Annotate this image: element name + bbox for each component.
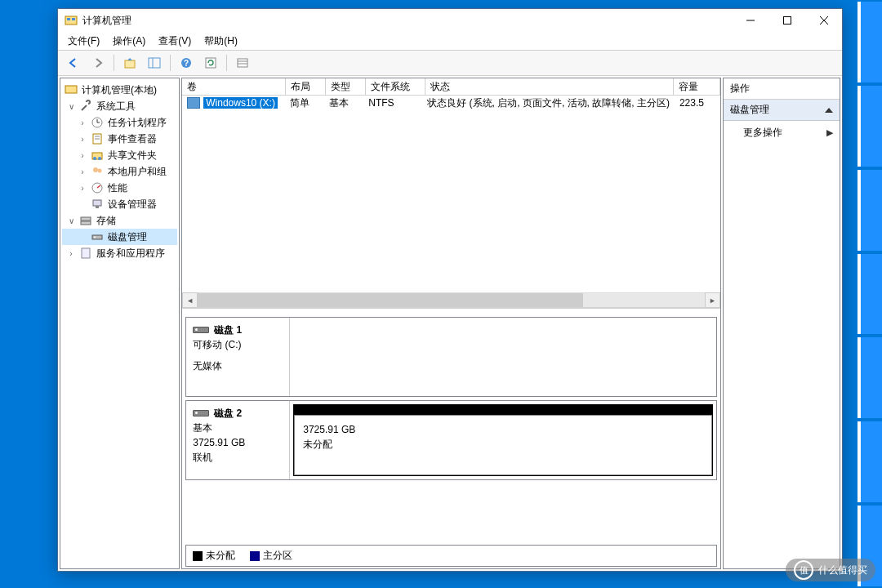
legend-unallocated-swatch — [193, 551, 203, 561]
volume-list-header[interactable]: 卷 布局 类型 文件系统 状态 容量 — [182, 78, 720, 96]
disk-icon — [193, 327, 209, 333]
actions-header: 操作 — [724, 78, 840, 100]
toolbar: ? — [58, 51, 842, 76]
svg-rect-7 — [125, 60, 135, 68]
shared-folder-icon — [91, 149, 104, 162]
scroll-thumb[interactable] — [198, 293, 583, 307]
actions-panel: 操作 磁盘管理 更多操作 ▶ — [723, 78, 840, 569]
tree-performance[interactable]: › 性能 — [62, 180, 177, 196]
up-button[interactable] — [119, 52, 140, 74]
navigation-tree-panel: 计算机管理(本地) ∨ 系统工具 › 任务计划程序 — [60, 78, 180, 569]
svg-point-25 — [98, 157, 101, 160]
col-capacity[interactable]: 容量 — [674, 78, 720, 95]
svg-rect-33 — [81, 221, 91, 225]
expander-icon[interactable]: ∨ — [65, 215, 77, 226]
menubar: 文件(F) 操作(A) 查看(V) 帮助(H) — [58, 32, 842, 51]
expander-icon[interactable]: › — [77, 182, 88, 194]
svg-point-35 — [94, 237, 96, 238]
svg-point-26 — [93, 167, 98, 172]
tree-disk-management[interactable]: 磁盘管理 — [62, 229, 177, 245]
watermark: 值 什么值得买 — [786, 559, 875, 581]
legend-primary-swatch — [250, 551, 260, 561]
users-icon — [91, 165, 104, 178]
expander-icon[interactable]: ∨ — [65, 100, 77, 112]
unallocated-partition[interactable]: 3725.91 GB 未分配 — [293, 404, 713, 476]
disk-2-block[interactable]: 磁盘 2 基本 3725.91 GB 联机 3725.91 GB 未分配 — [185, 400, 717, 480]
tree-local-users[interactable]: › 本地用户和组 — [62, 163, 177, 180]
computer-icon — [65, 83, 78, 96]
svg-text:?: ? — [184, 59, 189, 68]
actions-section-disk-management[interactable]: 磁盘管理 — [724, 100, 840, 121]
submenu-icon: ▶ — [826, 127, 833, 138]
svg-rect-31 — [96, 206, 99, 208]
app-icon — [65, 14, 78, 27]
scroll-left-button[interactable]: ◄ — [182, 292, 198, 308]
menu-view[interactable]: 查看(V) — [152, 33, 198, 50]
minimize-button[interactable] — [732, 9, 768, 32]
col-status[interactable]: 状态 — [425, 78, 674, 95]
expander-icon[interactable]: › — [77, 133, 88, 145]
col-type[interactable]: 类型 — [326, 78, 366, 95]
refresh-button[interactable] — [200, 52, 221, 74]
menu-help[interactable]: 帮助(H) — [198, 33, 244, 50]
performance-icon — [91, 181, 104, 194]
maximize-button[interactable] — [768, 9, 805, 32]
horizontal-scrollbar[interactable]: ◄ ► — [182, 292, 720, 307]
close-button[interactable] — [805, 9, 842, 32]
volume-row[interactable]: Windows10 (X:) 简单 基本 NTFS 状态良好 (系统, 启动, … — [182, 96, 720, 110]
legend: 未分配 主分区 — [185, 545, 717, 567]
disk-1-block[interactable]: 磁盘 1 可移动 (C:) 无媒体 — [185, 317, 717, 397]
col-fs[interactable]: 文件系统 — [366, 78, 425, 95]
tools-icon — [79, 100, 92, 113]
menu-action[interactable]: 操作(A) — [106, 33, 152, 50]
computer-management-window: 计算机管理 文件(F) 操作(A) 查看(V) 帮助(H) ? — [57, 8, 843, 572]
scroll-right-button[interactable]: ► — [705, 292, 720, 308]
forward-button[interactable] — [87, 52, 109, 74]
volume-list[interactable]: Windows10 (X:) 简单 基本 NTFS 状态良好 (系统, 启动, … — [182, 96, 720, 292]
disk-icon — [193, 410, 209, 416]
svg-rect-16 — [65, 86, 77, 93]
tree-root[interactable]: 计算机管理(本地) — [62, 82, 177, 98]
svg-point-24 — [93, 157, 96, 160]
titlebar[interactable]: 计算机管理 — [58, 9, 842, 32]
tree-system-tools[interactable]: ∨ 系统工具 — [62, 98, 177, 114]
col-layout[interactable]: 布局 — [286, 78, 326, 95]
tree-services-apps[interactable]: › 服务和应用程序 — [62, 245, 177, 261]
help-button[interactable]: ? — [176, 52, 197, 74]
svg-rect-1 — [67, 18, 70, 20]
storage-icon — [79, 214, 92, 227]
disk-management-icon — [91, 230, 104, 243]
collapse-icon[interactable] — [825, 108, 833, 113]
disk-2-graphic[interactable]: 3725.91 GB 未分配 — [290, 401, 716, 479]
scroll-track[interactable] — [198, 293, 705, 307]
tree-event-viewer[interactable]: › 事件查看器 — [62, 131, 177, 147]
back-button[interactable] — [63, 52, 84, 74]
actions-more[interactable]: 更多操作 ▶ — [724, 121, 840, 145]
svg-rect-12 — [206, 58, 216, 68]
disk-1-graphic[interactable] — [290, 318, 716, 396]
services-icon — [79, 247, 92, 260]
window-title: 计算机管理 — [82, 14, 732, 28]
show-hide-tree-button[interactable] — [144, 52, 165, 74]
col-volume[interactable]: 卷 — [182, 78, 286, 95]
disk-graphical-view[interactable]: 磁盘 1 可移动 (C:) 无媒体 磁盘 2 基本 3725.91 GB 联机 — [182, 309, 720, 568]
expander-icon[interactable]: › — [65, 247, 77, 259]
svg-rect-34 — [92, 235, 102, 239]
tree-device-manager[interactable]: 设备管理器 — [62, 196, 177, 212]
expander-icon[interactable]: › — [77, 166, 88, 177]
tree-task-scheduler[interactable]: › 任务计划程序 — [62, 114, 177, 131]
expander-icon[interactable]: › — [77, 149, 88, 161]
volume-name: Windows10 (X:) — [203, 97, 278, 109]
svg-point-27 — [98, 169, 102, 173]
disk-management-panel: 卷 布局 类型 文件系统 状态 容量 Windows10 (X:) — [181, 78, 721, 569]
list-view-button[interactable] — [232, 52, 253, 74]
tree-shared-folders[interactable]: › 共享文件夹 — [62, 147, 177, 163]
svg-rect-32 — [81, 217, 91, 220]
watermark-icon: 值 — [794, 560, 813, 580]
svg-rect-13 — [238, 59, 247, 67]
menu-file[interactable]: 文件(F) — [61, 33, 106, 50]
navigation-tree[interactable]: 计算机管理(本地) ∨ 系统工具 › 任务计划程序 — [60, 78, 179, 568]
expander-icon[interactable]: › — [77, 117, 88, 128]
event-icon — [91, 132, 104, 145]
tree-storage[interactable]: ∨ 存储 — [62, 212, 177, 229]
